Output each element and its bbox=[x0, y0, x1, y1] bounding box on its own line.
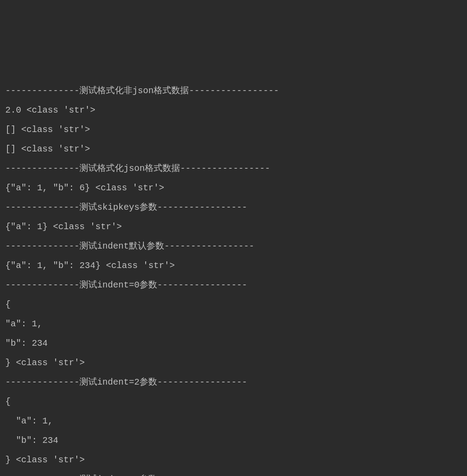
terminal-line: --------------测试格式化json格式数据-------------… bbox=[5, 159, 462, 178]
terminal-line: } <class 'str'> bbox=[5, 353, 462, 373]
terminal-line: "b": 234 bbox=[5, 334, 462, 353]
terminal-line: --------------测试indent=2参数--------------… bbox=[5, 470, 462, 476]
terminal-line: --------------测试indent=2参数--------------… bbox=[5, 373, 462, 392]
terminal-output: --------------测试格式化非json格式数据------------… bbox=[5, 81, 462, 476]
terminal-line: [] <class 'str'> bbox=[5, 140, 462, 159]
terminal-line: "a": 1, bbox=[5, 314, 462, 334]
terminal-line: 2.0 <class 'str'> bbox=[5, 101, 462, 120]
terminal-line: --------------测试indent=0参数--------------… bbox=[5, 276, 462, 295]
terminal-line: {"a": 1, "b": 6} <class 'str'> bbox=[5, 178, 462, 198]
terminal-line: {"a": 1, "b": 234} <class 'str'> bbox=[5, 256, 462, 276]
terminal-line: { bbox=[5, 392, 462, 412]
terminal-line: {"a": 1} <class 'str'> bbox=[5, 217, 462, 237]
terminal-line: { bbox=[5, 295, 462, 314]
terminal-line: } <class 'str'> bbox=[5, 450, 462, 470]
terminal-line: --------------测试格式化非json格式数据------------… bbox=[5, 81, 462, 101]
terminal-line: --------------测试skipkeys参数--------------… bbox=[5, 198, 462, 217]
terminal-line: "a": 1, bbox=[5, 412, 462, 431]
terminal-line: --------------测试indent默认参数--------------… bbox=[5, 237, 462, 256]
terminal-line: "b": 234 bbox=[5, 431, 462, 450]
terminal-line: [] <class 'str'> bbox=[5, 120, 462, 140]
